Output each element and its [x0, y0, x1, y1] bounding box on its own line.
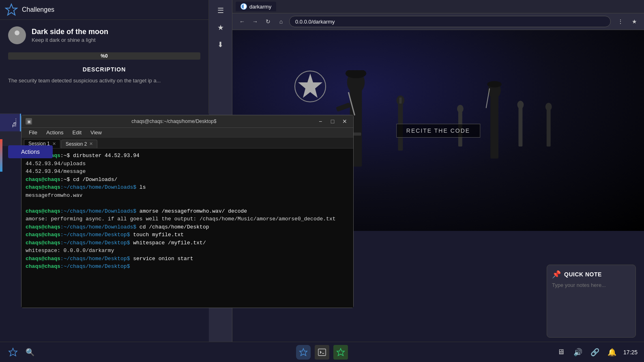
challenge-icon [8, 26, 26, 44]
recite-code-banner: RECITE THE CODE [396, 124, 480, 138]
bookmark-icon[interactable]: ★ [629, 16, 640, 27]
more-options-icon[interactable]: ⋮ [615, 16, 626, 27]
svg-rect-26 [318, 349, 326, 356]
menu-view[interactable]: View [86, 129, 106, 136]
quick-note-textarea[interactable] [552, 282, 631, 331]
terminal-window: ▣ chaqs@chaqs:~/chaqs/home/Desktop$ − □ … [21, 115, 354, 308]
svg-marker-24 [9, 348, 17, 356]
terminal-line: chaqs@chaqs:~/chaqs/home/Desktop$ servic… [26, 255, 349, 263]
challenge-card: Dark side of the moon Keep it dark or sh… [0, 20, 208, 51]
taskbar: 🔍 🖥 🔊 🔗 🔔 17:25 [0, 342, 644, 362]
svg-marker-0 [6, 4, 17, 15]
menu-file[interactable]: File [25, 129, 41, 136]
back-button[interactable]: ← [236, 16, 248, 27]
challenges-header: Challenges [0, 0, 208, 20]
challenge-info: Dark side of the moon Keep it dark or sh… [32, 28, 108, 43]
terminal-tab-session2[interactable]: Session 2 ✕ [61, 140, 98, 148]
terminal-line: chaqs@chaqs:~/chaqs/home/Downloads$ cd /… [26, 223, 349, 231]
terminal-line: 44.52.93.94/uploads [26, 160, 349, 168]
terminal-line: chaqs@chaqs:~/chaqs/home/Downloads$ amor… [26, 207, 349, 215]
terminal-titlebar: ▣ chaqs@chaqs:~/chaqs/home/Desktop$ − □ … [21, 115, 353, 128]
terminal-line: 44.52.93.94/message [26, 168, 349, 176]
color-indicator-strip [0, 139, 2, 172]
taskbar-app-launcher-icon[interactable] [6, 346, 19, 359]
description-text: The security team detected suspicious ac… [8, 77, 200, 85]
progress-label: %0 [101, 53, 107, 59]
taskbar-terminal-icon[interactable] [315, 345, 329, 360]
taskbar-time: 17:25 [623, 349, 638, 356]
svg-marker-27 [337, 348, 344, 355]
svg-point-20 [545, 103, 552, 111]
browser-tab-darkarmy[interactable]: darkarmy [236, 2, 276, 11]
address-bar[interactable] [289, 16, 611, 27]
terminal-win-controls: − □ ✕ [316, 117, 349, 126]
tab-tasks[interactable]: Ta... [0, 114, 21, 131]
home-button[interactable]: ⌂ [275, 16, 287, 27]
svg-rect-17 [519, 106, 523, 147]
terminal-line: chaqs@chaqs:~/chaqs/home/Desktop$ whites… [26, 239, 349, 247]
quick-note-title: QUICK NOTE [564, 271, 602, 278]
taskbar-network-icon[interactable]: 🔗 [589, 347, 601, 358]
terminal-tab-label-2: Session 2 [66, 141, 87, 147]
terminal-tab-close-2[interactable]: ✕ [89, 141, 93, 147]
svg-point-18 [517, 101, 524, 109]
taskbar-notification-icon[interactable]: 🔔 [606, 347, 618, 358]
terminal-title: chaqs@chaqs:~/chaqs/home/Desktop$ [32, 119, 316, 124]
nav-controls: ← → ↻ ⌂ [236, 16, 287, 27]
taskbar-volume-icon[interactable]: 🔊 [572, 347, 584, 358]
taskbar-center [296, 345, 348, 360]
svg-marker-25 [300, 348, 307, 355]
minimize-button[interactable]: − [316, 117, 325, 126]
forward-button[interactable]: → [249, 16, 261, 27]
progress-bar: %0 [8, 52, 200, 60]
challenges-panel: Challenges Dark side of the moon Keep it… [0, 0, 209, 114]
quick-note-emoji-icon: 📌 [552, 270, 561, 279]
taskbar-parrot-icon[interactable] [333, 345, 348, 360]
svg-point-16 [457, 105, 464, 113]
terminal-line: whitespace: 0.0.0.0/darkarmy [26, 247, 349, 255]
terminal-line: chaqs@chaqs:~$ cd /Downloads/ [26, 176, 349, 184]
maximize-button[interactable]: □ [328, 117, 337, 126]
sidebar-star-icon[interactable]: ★ [213, 20, 228, 35]
terminal-app-icon: ▣ [26, 118, 32, 125]
quick-note-panel: 📌 QUICK NOTE [547, 265, 636, 338]
svg-rect-19 [547, 108, 551, 147]
menu-actions[interactable]: Actions [42, 129, 68, 136]
quick-note-header: 📌 QUICK NOTE [552, 270, 631, 279]
terminal-line [26, 199, 349, 207]
refresh-button[interactable]: ↻ [262, 16, 274, 27]
terminal-line: chaqs@chaqs:~$ dirbuster 44.52.93.94 [26, 152, 349, 160]
taskbar-display-icon[interactable]: 🖥 [555, 347, 567, 358]
terminal-line: chaqs@chaqs:~/chaqs/home/Downloads$ ls [26, 183, 349, 192]
svg-point-1 [15, 30, 19, 35]
actions-button[interactable]: Actions [8, 145, 53, 158]
svg-rect-22 [486, 88, 490, 108]
recite-code-text: RECITE THE CODE [406, 127, 470, 134]
browser-tab-bar: darkarmy [232, 0, 644, 13]
sidebar-hamburger-icon[interactable]: ☰ [213, 3, 228, 18]
challenge-name: Dark side of the moon [32, 28, 108, 36]
challenges-title: Challenges [22, 6, 54, 13]
terminal-line: chaqs@chaqs:~/chaqs/home/Desktop$ [26, 263, 349, 271]
terminal-line: chaqs@chaqs:~/chaqs/home/Desktop$ touch … [26, 231, 349, 239]
terminal-body[interactable]: chaqs@chaqs:~$ dirbuster 44.52.93.94 44.… [21, 149, 353, 308]
description-section: DESCRIPTION The security team detected s… [0, 60, 208, 91]
browser-toolbar: ← → ↻ ⌂ ⋮ ★ [232, 13, 644, 30]
taskbar-challenges-icon[interactable] [296, 345, 311, 360]
terminal-tab-close-1[interactable]: ✕ [52, 141, 56, 147]
terminal-line: messagefromwho.wav [26, 192, 349, 200]
terminal-line: amorse: performing async. if all goes we… [26, 215, 349, 223]
taskbar-right: 🖥 🔊 🔗 🔔 17:25 [555, 347, 638, 358]
svg-rect-12 [490, 94, 498, 158]
menu-edit[interactable]: Edit [69, 129, 86, 136]
terminal-tabs: Session 1 ✕ Session 2 ✕ [21, 138, 353, 149]
tab-label: darkarmy [249, 4, 271, 10]
svg-point-14 [487, 81, 502, 88]
taskbar-left: 🔍 [6, 346, 36, 359]
taskbar-search-icon[interactable]: 🔍 [24, 346, 36, 359]
left-panel-tabs: Ta... [0, 114, 21, 146]
svg-rect-7 [399, 97, 401, 103]
progress-bar-container: %0 [8, 52, 200, 60]
close-button[interactable]: ✕ [340, 117, 349, 126]
sidebar-download-icon[interactable]: ⬇ [213, 37, 228, 52]
